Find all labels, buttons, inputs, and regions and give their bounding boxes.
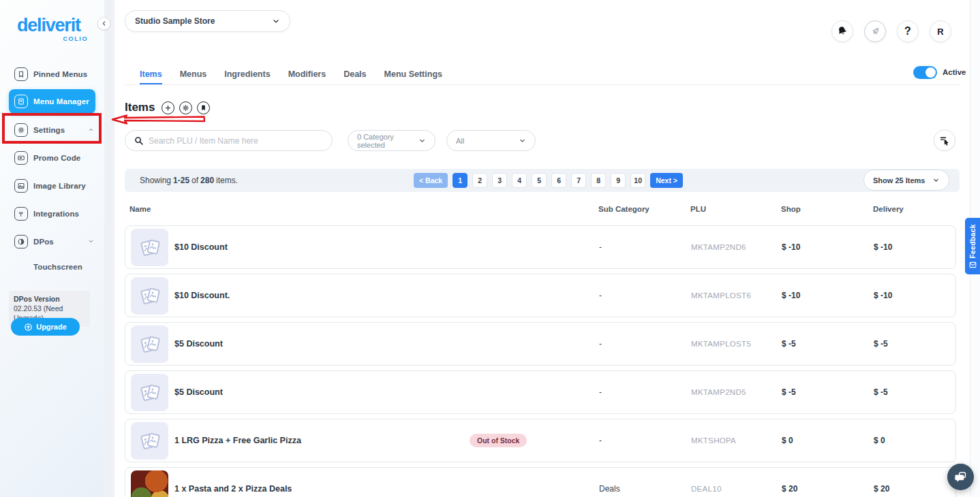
item-delivery-price: $ 0 bbox=[874, 436, 885, 445]
sidebar-item-label: Image Library bbox=[33, 182, 86, 190]
showing-prefix: Showing bbox=[140, 176, 171, 185]
tab-menus[interactable]: Menus bbox=[180, 65, 207, 84]
chat-bubble-icon bbox=[953, 470, 968, 484]
header-icon-group: ? R bbox=[831, 20, 951, 42]
item-thumbnail bbox=[131, 325, 168, 363]
tab-deals[interactable]: Deals bbox=[343, 65, 366, 84]
tab-modifiers[interactable]: Modifiers bbox=[288, 65, 326, 84]
tab-ingredients[interactable]: Ingredients bbox=[224, 65, 270, 84]
menu-tabs: ItemsMenusIngredientsModifiersDealsMenu … bbox=[125, 65, 960, 85]
item-delivery-price: $ -5 bbox=[874, 387, 888, 397]
page-size-value: Show 25 Items bbox=[873, 176, 925, 185]
item-shop-price: $ 20 bbox=[782, 484, 797, 494]
pagination-page-4[interactable]: 4 bbox=[512, 173, 527, 188]
item-shop-price: $ 0 bbox=[782, 436, 793, 445]
pagination-back-button[interactable]: < Back bbox=[414, 173, 448, 188]
sidebar-item-label: Integrations bbox=[33, 210, 79, 218]
item-sub-category: - bbox=[599, 339, 602, 349]
pagination-page-2[interactable]: 2 bbox=[472, 173, 487, 188]
sidebar-item-integrations[interactable]: Integrations bbox=[0, 199, 104, 227]
column-header-delivery: Delivery bbox=[873, 205, 904, 213]
envelope-icon bbox=[969, 261, 977, 268]
sidebar-collapse-button[interactable] bbox=[97, 17, 110, 30]
showing-of: of bbox=[192, 176, 198, 185]
pagination-page-6[interactable]: 6 bbox=[551, 173, 566, 188]
sidebar-item-touchscreen[interactable]: Touchscreen bbox=[0, 255, 104, 278]
toggle-knob bbox=[925, 67, 936, 78]
item-thumbnail bbox=[131, 277, 168, 315]
sidebar-item-promo-code[interactable]: Promo Code bbox=[0, 144, 104, 172]
pagination-page-10[interactable]: 10 bbox=[630, 173, 645, 188]
upgrade-button[interactable]: Upgrade bbox=[11, 318, 80, 336]
store-selector[interactable]: Studio Sample Store bbox=[125, 10, 290, 32]
pagination-page-9[interactable]: 9 bbox=[611, 173, 626, 188]
user-avatar[interactable]: R bbox=[930, 20, 951, 42]
item-shop-price: $ -5 bbox=[782, 387, 796, 397]
active-toggle[interactable] bbox=[913, 66, 937, 79]
item-delivery-price: $ -5 bbox=[874, 339, 888, 349]
add-item-button[interactable] bbox=[162, 101, 174, 114]
search-input[interactable] bbox=[149, 136, 324, 146]
item-sub-category: Deals bbox=[599, 484, 620, 494]
table-row[interactable]: $5 Discount-MKTAMPLOST5$ -5$ -5 bbox=[125, 322, 956, 366]
pagination-page-7[interactable]: 7 bbox=[571, 173, 586, 188]
column-header-sub-category: Sub Category bbox=[598, 205, 649, 213]
rocket-icon bbox=[867, 23, 883, 39]
items-titlebar: Items bbox=[125, 101, 210, 114]
item-plu: MKTAMPLOST6 bbox=[691, 291, 751, 300]
table-header: NameSub CategoryPLUShopDelivery bbox=[125, 205, 960, 217]
item-thumbnail bbox=[131, 374, 168, 411]
sidebar-item-dpos[interactable]: DPos bbox=[0, 227, 104, 255]
pagination-page-8[interactable]: 8 bbox=[591, 173, 606, 188]
tab-menu-settings[interactable]: Menu Settings bbox=[384, 65, 442, 84]
table-row[interactable]: 1 LRG Pizza + Free Garlic PizzaOut of St… bbox=[125, 419, 956, 462]
sidebar-item-label: Touchscreen bbox=[33, 263, 82, 271]
sidebar-item-pinned-menus[interactable]: Pinned Menus bbox=[0, 60, 104, 88]
page-title: Items bbox=[125, 101, 155, 114]
item-name: 1 LRG Pizza + Free Garlic Pizza bbox=[174, 436, 301, 445]
sidebar: deliverit COLIO Pinned MenusMenu Manager… bbox=[0, 0, 104, 497]
item-plu: MKTAMP2ND6 bbox=[691, 243, 746, 251]
feedback-tab[interactable]: Feedback bbox=[965, 218, 980, 274]
out-of-stock-badge: Out of Stock bbox=[470, 434, 527, 447]
item-shop-price: $ -10 bbox=[782, 291, 800, 300]
annotation-arrow bbox=[110, 114, 206, 128]
table-row[interactable]: $10 Discount.-MKTAMPLOST6$ -10$ -10 bbox=[125, 274, 956, 317]
notifications-button[interactable] bbox=[831, 20, 853, 42]
item-plu: MKTSHOPA bbox=[691, 436, 736, 445]
item-thumbnail bbox=[131, 470, 168, 497]
chevron-left-icon bbox=[101, 20, 107, 27]
item-name: $5 Discount bbox=[174, 339, 223, 349]
pagination-next-button[interactable]: Next > bbox=[650, 173, 683, 188]
column-header-name: Name bbox=[129, 205, 151, 213]
table-row[interactable]: $10 Discount-MKTAMP2ND6$ -10$ -10 bbox=[125, 225, 956, 269]
pagination-page-3[interactable]: 3 bbox=[492, 173, 507, 188]
column-header-shop: Shop bbox=[781, 205, 801, 213]
pagination-page-5[interactable]: 5 bbox=[532, 173, 547, 188]
active-toggle-label: Active bbox=[943, 68, 966, 76]
table-row[interactable]: 1 x Pasta and 2 x Pizza DealsDealsDEAL10… bbox=[125, 467, 956, 497]
bulk-select-button[interactable] bbox=[934, 129, 955, 151]
item-plu: MKTAMP2ND5 bbox=[691, 388, 746, 396]
pagination-page-1[interactable]: 1 bbox=[453, 173, 468, 188]
chevron-down-icon bbox=[519, 137, 526, 144]
item-settings-button[interactable] bbox=[179, 101, 192, 114]
item-shop-price: $ -10 bbox=[782, 242, 800, 252]
whats-new-button[interactable] bbox=[864, 20, 886, 42]
page-size-dropdown[interactable]: Show 25 Items bbox=[863, 170, 949, 191]
table-row[interactable]: $5 Discount-MKTAMP2ND5$ -5$ -5 bbox=[125, 370, 956, 414]
sidebar-item-menu-manager[interactable]: Menu Manager bbox=[9, 89, 95, 114]
item-shop-price: $ -5 bbox=[782, 339, 796, 349]
sidebar-item-image-library[interactable]: Image Library bbox=[0, 172, 104, 199]
pagination-band: Showing 1-25 of 280 items. < Back1234567… bbox=[125, 169, 960, 192]
pin-items-button[interactable] bbox=[197, 101, 210, 114]
chevron-down-icon bbox=[272, 17, 280, 25]
chat-widget-button[interactable] bbox=[947, 464, 974, 490]
brand-name: deliverit bbox=[17, 16, 88, 35]
help-button[interactable]: ? bbox=[897, 20, 919, 42]
tab-items[interactable]: Items bbox=[140, 65, 162, 84]
item-sub-category: - bbox=[599, 242, 602, 252]
item-sub-category: - bbox=[599, 436, 602, 445]
type-filter-dropdown[interactable]: All bbox=[446, 130, 536, 151]
category-filter-dropdown[interactable]: 0 Category selected bbox=[348, 130, 435, 151]
